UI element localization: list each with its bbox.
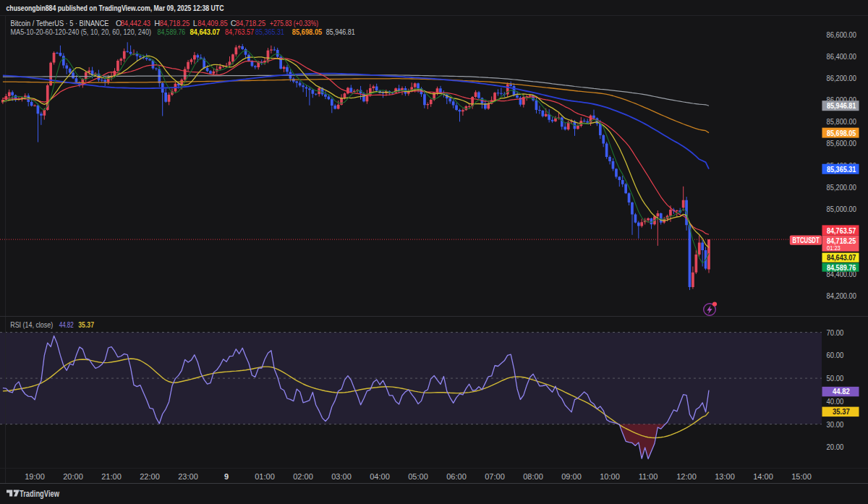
svg-text:60.00: 60.00 xyxy=(827,351,844,359)
svg-text:Bitcoin / TetherUS · 5 · BINAN: Bitcoin / TetherUS · 5 · BINANCE xyxy=(11,19,109,27)
svg-text:85,698.05: 85,698.05 xyxy=(827,129,856,137)
svg-text:21:00: 21:00 xyxy=(101,472,122,481)
svg-text:RSI (14, close): RSI (14, close) xyxy=(10,320,53,329)
svg-text:23:00: 23:00 xyxy=(178,472,198,481)
svg-text:85,946.81: 85,946.81 xyxy=(827,101,856,110)
svg-text:85,800.00: 85,800.00 xyxy=(827,117,856,126)
svg-text:85,365.31: 85,365.31 xyxy=(827,165,856,174)
svg-text:05:00: 05:00 xyxy=(408,472,428,481)
svg-text:03:00: 03:00 xyxy=(331,472,352,481)
svg-text:84,718.25: 84,718.25 xyxy=(236,19,265,27)
svg-text:84,200.00: 84,200.00 xyxy=(827,291,856,300)
svg-text:chuseongbin884 published on Tr: chuseongbin884 published on TradingView.… xyxy=(7,4,224,12)
svg-text:40.00: 40.00 xyxy=(827,397,844,406)
svg-text:13:00: 13:00 xyxy=(715,472,735,481)
svg-text:15:00: 15:00 xyxy=(791,472,812,481)
svg-text:85,698.05: 85,698.05 xyxy=(292,27,323,36)
svg-text:84,589.76: 84,589.76 xyxy=(158,27,185,36)
svg-text:20.00: 20.00 xyxy=(827,443,844,451)
svg-text:85,600.00: 85,600.00 xyxy=(827,139,856,148)
svg-text:BTCUSDT: BTCUSDT xyxy=(793,236,820,244)
svg-text:30.00: 30.00 xyxy=(827,420,844,429)
svg-text:22:00: 22:00 xyxy=(140,472,160,481)
svg-text:70.00: 70.00 xyxy=(827,328,844,337)
svg-text:84,589.76: 84,589.76 xyxy=(827,263,856,272)
svg-text:85,365.31: 85,365.31 xyxy=(255,27,284,36)
svg-text:MA5-10-20-60-120-240 (5, 10, 2: MA5-10-20-60-120-240 (5, 10, 20, 60, 120… xyxy=(11,27,152,36)
svg-text:50.00: 50.00 xyxy=(827,374,844,383)
svg-text:01:23: 01:23 xyxy=(827,244,841,252)
svg-text:L: L xyxy=(193,19,197,27)
svg-text:85,946.81: 85,946.81 xyxy=(326,27,355,36)
svg-text:TradingView: TradingView xyxy=(20,489,59,499)
svg-text:20:00: 20:00 xyxy=(63,472,83,481)
svg-text:10:00: 10:00 xyxy=(600,472,620,481)
svg-text:07:00: 07:00 xyxy=(485,472,505,481)
svg-text:84,643.07: 84,643.07 xyxy=(190,27,220,36)
svg-text:85,200.00: 85,200.00 xyxy=(827,183,856,192)
svg-text:11:00: 11:00 xyxy=(639,472,658,481)
svg-text:35.37: 35.37 xyxy=(78,320,94,329)
svg-text:04:00: 04:00 xyxy=(370,472,390,481)
svg-text:86,400.00: 86,400.00 xyxy=(827,52,856,61)
svg-text:84,763.57: 84,763.57 xyxy=(827,226,856,235)
svg-text:01:00: 01:00 xyxy=(255,472,275,481)
svg-text:19:00: 19:00 xyxy=(25,472,45,481)
svg-text:02:00: 02:00 xyxy=(293,472,313,481)
svg-text:44.82: 44.82 xyxy=(833,387,850,396)
svg-text:06:00: 06:00 xyxy=(446,472,467,481)
svg-text:84,442.43: 84,442.43 xyxy=(121,19,150,27)
svg-text:84,718.25: 84,718.25 xyxy=(160,19,190,27)
svg-text:12:00: 12:00 xyxy=(676,472,697,481)
svg-text:84,409.85: 84,409.85 xyxy=(197,19,227,27)
svg-text:9: 9 xyxy=(224,472,229,481)
svg-text:08:00: 08:00 xyxy=(523,472,543,481)
svg-text:44.82: 44.82 xyxy=(59,320,74,329)
svg-text:85,000.00: 85,000.00 xyxy=(827,205,856,213)
svg-text:14:00: 14:00 xyxy=(753,472,773,481)
svg-text:35.37: 35.37 xyxy=(833,407,850,416)
svg-text:86,200.00: 86,200.00 xyxy=(827,74,856,82)
svg-text:09:00: 09:00 xyxy=(561,472,582,481)
svg-text:84,643.07: 84,643.07 xyxy=(827,253,856,262)
svg-text:+275.83 (+0.33%): +275.83 (+0.33%) xyxy=(270,19,318,27)
svg-text:86,600.00: 86,600.00 xyxy=(827,30,856,39)
svg-text:84,763.57: 84,763.57 xyxy=(225,27,254,36)
